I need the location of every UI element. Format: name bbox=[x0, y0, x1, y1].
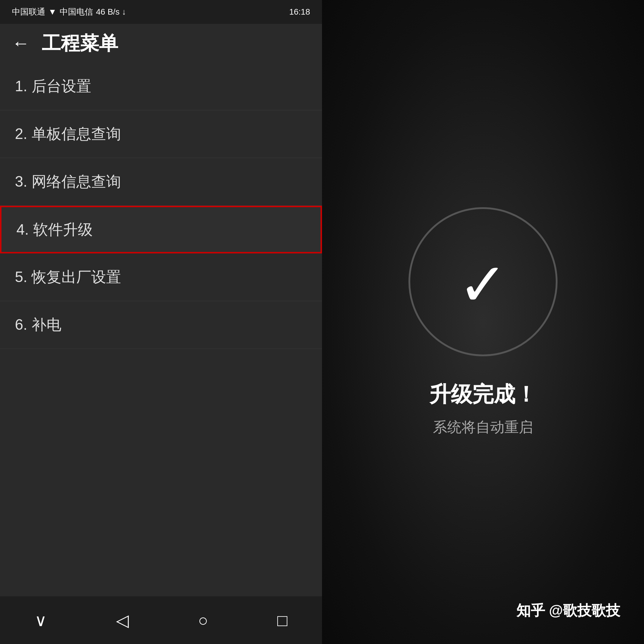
back-button[interactable]: ← bbox=[12, 34, 30, 52]
menu-item-1[interactable]: 1. 后台设置 bbox=[0, 63, 322, 110]
status-left: 中国联通 ▼ 中国电信 46 B/s ↓ bbox=[12, 6, 126, 18]
nav-back-button[interactable]: ◁ bbox=[116, 611, 129, 630]
status-time: 16:18 bbox=[289, 7, 310, 17]
menu-item-3-label: 3. 网络信息查询 bbox=[15, 172, 121, 192]
upgrade-complete-title: 升级完成！ bbox=[429, 380, 537, 409]
menu-item-2-label: 2. 单板信息查询 bbox=[15, 124, 121, 144]
menu-item-3[interactable]: 3. 网络信息查询 bbox=[0, 158, 322, 206]
menu-item-4[interactable]: 4. 软件升级 bbox=[0, 206, 322, 253]
carrier-right-label: 中国电信 bbox=[60, 6, 93, 18]
carrier-left-label: 中国联通 bbox=[12, 6, 45, 18]
success-circle: ✓ bbox=[408, 207, 558, 356]
bottom-navigation: ∨ ◁ ○ □ bbox=[0, 596, 322, 644]
menu-item-1-label: 1. 后台设置 bbox=[15, 76, 91, 96]
upgrade-subtitle: 系统将自动重启 bbox=[433, 418, 533, 437]
menu-item-6[interactable]: 6. 补电 bbox=[0, 301, 322, 349]
menu-item-4-label: 4. 软件升级 bbox=[16, 220, 93, 240]
wifi-icon: ▼ bbox=[48, 7, 57, 17]
menu-item-6-label: 6. 补电 bbox=[15, 315, 61, 335]
nav-recent-button[interactable]: □ bbox=[277, 611, 287, 630]
top-bar: ← 工程菜单 bbox=[0, 24, 322, 63]
nav-down-button[interactable]: ∨ bbox=[35, 611, 47, 630]
menu-item-5-label: 5. 恢复出厂设置 bbox=[15, 267, 121, 287]
menu-item-2[interactable]: 2. 单板信息查询 bbox=[0, 110, 322, 158]
menu-list: 1. 后台设置 2. 单板信息查询 3. 网络信息查询 4. 软件升级 5. 恢… bbox=[0, 63, 322, 596]
left-panel: 中国联通 ▼ 中国电信 46 B/s ↓ 16:18 ← 工程菜单 1. 后台设… bbox=[0, 0, 322, 644]
checkmark-icon: ✓ bbox=[458, 255, 508, 315]
right-panel: ✓ 升级完成！ 系统将自动重启 知乎 @歌技歌技 bbox=[322, 0, 644, 644]
nav-home-button[interactable]: ○ bbox=[198, 611, 208, 630]
page-title: 工程菜单 bbox=[42, 30, 118, 56]
status-bar: 中国联通 ▼ 中国电信 46 B/s ↓ 16:18 bbox=[0, 0, 322, 24]
watermark: 知乎 @歌技歌技 bbox=[516, 601, 620, 620]
menu-item-5[interactable]: 5. 恢复出厂设置 bbox=[0, 253, 322, 301]
signal-info: 46 B/s ↓ bbox=[96, 7, 126, 17]
